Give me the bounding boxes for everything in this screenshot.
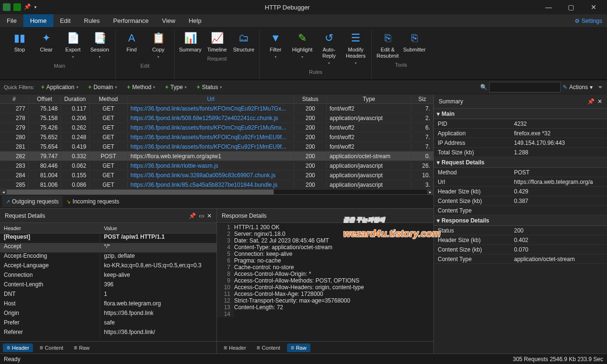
- filter-type-dropdown[interactable]: + Type ▾: [165, 84, 187, 91]
- table-row[interactable]: 27775.1480.117GEThttps://36.fpond.link/a…: [0, 104, 433, 113]
- panel-close-icon[interactable]: ✕: [207, 212, 212, 219]
- menu-home[interactable]: Home: [23, 14, 53, 27]
- header-row[interactable]: Hostflora.web.telegram.org: [0, 300, 216, 310]
- view-tab-header[interactable]: ≡ Header: [220, 344, 250, 352]
- close-button[interactable]: ✕: [583, 0, 604, 14]
- search-input[interactable]: [489, 82, 561, 92]
- view-tab-raw[interactable]: ≡ Raw: [287, 344, 310, 352]
- table-row[interactable]: 28075.6520.248GEThttps://36.fpond.link/a…: [0, 132, 433, 142]
- scroll-left-icon[interactable]: ◂: [0, 190, 7, 194]
- table-row[interactable]: 28581.0060.086GEThttps://36.fpond.link/8…: [0, 180, 433, 190]
- grid-col-method[interactable]: Method: [90, 96, 128, 102]
- header-row[interactable]: Prefersafe: [0, 319, 216, 329]
- session-icon: 📑: [92, 30, 107, 46]
- search-icon[interactable]: 🔍: [480, 84, 487, 91]
- header-row[interactable]: Content-Length396: [0, 281, 216, 291]
- menu-file[interactable]: File: [0, 14, 23, 27]
- ribbon-session-button[interactable]: 📑Session▾: [88, 30, 112, 61]
- ribbon-copy-button[interactable]: 📋Copy▾: [146, 30, 170, 61]
- menu-help[interactable]: Help: [182, 14, 208, 27]
- tab-outgoing[interactable]: ↗Outgoing requests: [2, 196, 62, 207]
- minimize-button[interactable]: —: [538, 0, 559, 14]
- excel-icon[interactable]: [13, 3, 21, 11]
- header-row[interactable]: Accept-Encodinggzip, deflate: [0, 253, 216, 262]
- overflow-icon[interactable]: ⏷: [597, 84, 603, 91]
- grid-col-type[interactable]: Type: [327, 96, 412, 102]
- menu-performance[interactable]: Performance: [106, 14, 155, 27]
- table-row[interactable]: 28380.4460.062GEThttps://36.fpond.link/r…: [0, 161, 433, 171]
- scroll-thumb[interactable]: [7, 190, 274, 194]
- grid-col-num[interactable]: #: [0, 96, 29, 102]
- scroll-right-icon[interactable]: ▸: [427, 190, 433, 194]
- actions-dropdown[interactable]: ✎ Actions ▾: [563, 84, 593, 91]
- filter-domain-dropdown[interactable]: + Domain ▾: [88, 84, 117, 91]
- submitter-icon: ⎘: [407, 30, 422, 46]
- ribbon-timeline-button[interactable]: 📈Timeline: [205, 30, 229, 54]
- header-row[interactable]: DNT1: [0, 291, 216, 300]
- header-row[interactable]: [Request]POST /apiw1 HTTP/1.1: [0, 233, 216, 243]
- header-row[interactable]: Connectionkeep-alive: [0, 272, 216, 281]
- filter-status-dropdown[interactable]: + Status ▾: [196, 84, 222, 91]
- header-row[interactable]: Refererhttps://36.fpond.link/: [0, 329, 216, 338]
- pin-icon[interactable]: 📌: [189, 212, 196, 219]
- view-tab-header[interactable]: ≡ Header: [3, 344, 33, 352]
- view-tab-content[interactable]: ≡ Content: [36, 344, 67, 352]
- ribbon-modify-headers-button[interactable]: ☰Modify Headers▾: [344, 30, 368, 67]
- table-row[interactable]: 28481.0040.155GEThttps://36.fpond.link/s…: [0, 171, 433, 180]
- ribbon-stop-button[interactable]: ▮▮Stop: [8, 30, 31, 61]
- ribbon-group-edit: Edit: [141, 63, 150, 69]
- summary-row: Total Size (kb)1.288: [434, 148, 607, 157]
- filter-application-dropdown[interactable]: + Application ▾: [41, 84, 79, 91]
- ribbon-edit-resubmit-button[interactable]: ⎘Edit & Resubmit: [376, 30, 400, 60]
- ribbon-structure-button[interactable]: 🗂Structure: [232, 30, 256, 54]
- header-row[interactable]: Accept-Languageko-KR,ko;q=0.8,en-US;q=0.…: [0, 262, 216, 272]
- table-row[interactable]: 28279.7470.332POSThttps://flora.web.tele…: [0, 152, 433, 161]
- summary-section-response-details[interactable]: ▾ Response Details: [434, 215, 607, 226]
- grid-col-duration[interactable]: Duration: [61, 96, 90, 102]
- summary-row: Status200: [434, 226, 607, 235]
- grid-col-siz[interactable]: Siz: [412, 96, 433, 102]
- ribbon-find-button[interactable]: AFind: [120, 30, 144, 61]
- menu-rules[interactable]: Rules: [77, 14, 106, 27]
- menu-view[interactable]: View: [155, 14, 182, 27]
- pin-icon[interactable]: 📌: [24, 3, 31, 11]
- find-icon: A: [124, 30, 139, 46]
- auto-reply-icon: ↺: [321, 30, 337, 46]
- tab-incoming[interactable]: ↘Incoming requests: [62, 196, 123, 207]
- summary-section-request-details[interactable]: ▾ Request Details: [434, 157, 607, 168]
- ribbon-clear-button[interactable]: ✦Clear: [34, 30, 58, 61]
- table-row[interactable]: 28175.6540.419GEThttps://36.fpond.link/a…: [0, 142, 433, 152]
- view-tab-raw[interactable]: ≡ Raw: [70, 344, 93, 352]
- view-tab-content[interactable]: ≡ Content: [253, 344, 284, 352]
- table-row[interactable]: 27875.1580.206GEThttps://36.fpond.link/5…: [0, 113, 433, 123]
- grid-col-offset[interactable]: Offset: [29, 96, 61, 102]
- response-line: 10Access-Control-Allow-Headers: origin, …: [217, 284, 433, 291]
- header-row[interactable]: Originhttps://36.fpond.link: [0, 310, 216, 319]
- grid-col-url[interactable]: Url: [128, 96, 295, 102]
- filter-method-dropdown[interactable]: + Method ▾: [127, 84, 155, 91]
- summary-row: Header Size (kb)0.429: [434, 187, 607, 196]
- pin-icon[interactable]: 📌: [587, 98, 595, 105]
- status-left: Ready: [4, 356, 21, 363]
- list-icon: ≡: [291, 344, 294, 351]
- grid-col-status[interactable]: Status: [294, 96, 327, 102]
- settings-link[interactable]: ⚙ Settings: [570, 14, 607, 27]
- col-value[interactable]: Value: [100, 223, 216, 233]
- ribbon-submitter-button[interactable]: ⎘Submitter: [402, 30, 426, 60]
- menu-edit[interactable]: Edit: [53, 14, 77, 27]
- header-row[interactable]: Accept*/*: [0, 243, 216, 253]
- status-right: 305 Requests 2546.9 Kb 233.9 Sec: [513, 356, 603, 363]
- maximize-button[interactable]: ▢: [560, 0, 582, 14]
- table-row[interactable]: 27975.4260.262GEThttps://36.fpond.link/a…: [0, 123, 433, 132]
- ribbon-filter-button[interactable]: ▼Filter▾: [264, 30, 288, 67]
- ribbon-auto-reply-button[interactable]: ↺Auto-Reply▾: [317, 30, 341, 67]
- quick-filters-bar: Quick Filters: + Application ▾+ Domain ▾…: [0, 80, 607, 94]
- ribbon-export-button[interactable]: 📄Export▾: [61, 30, 85, 61]
- panel-close-icon[interactable]: ✕: [597, 98, 602, 105]
- col-header[interactable]: Header: [0, 223, 100, 233]
- ribbon-summary-button[interactable]: 📊Summary: [178, 30, 202, 54]
- dock-icon[interactable]: ▭: [199, 212, 204, 219]
- ribbon-highlight-button[interactable]: ✎Highlight▾: [290, 30, 314, 67]
- summary-section-main[interactable]: ▾ Main: [434, 109, 607, 119]
- grid-h-scrollbar[interactable]: ◂ ▸: [0, 190, 433, 194]
